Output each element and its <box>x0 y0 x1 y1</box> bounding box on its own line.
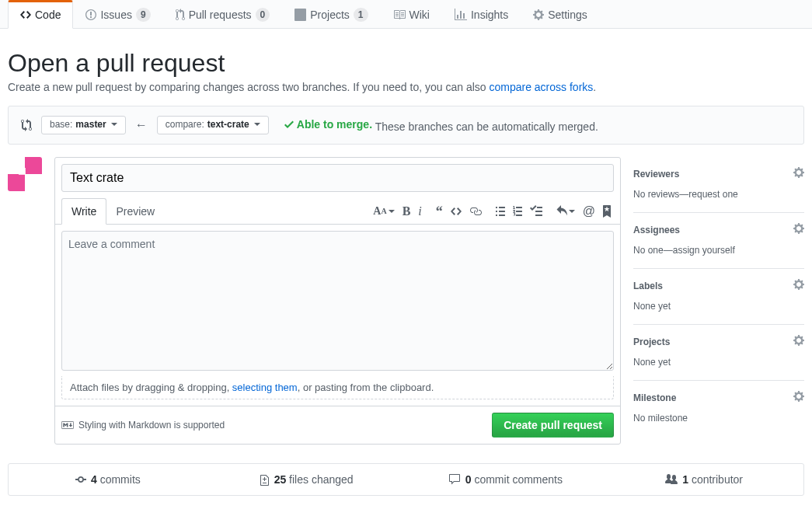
tab-projects[interactable]: Projects 1 <box>282 0 380 29</box>
tab-insights[interactable]: Insights <box>442 0 521 29</box>
sidebar-assignees: Assignees No one—assign yourself <box>633 213 804 269</box>
write-tab[interactable]: Write <box>61 198 106 225</box>
projects-count: 1 <box>354 8 368 22</box>
merge-description: These branches can be automatically merg… <box>375 120 598 133</box>
tab-issues[interactable]: Issues 9 <box>73 0 162 29</box>
check-icon <box>284 118 294 131</box>
tab-code[interactable]: Code <box>8 0 73 29</box>
stat-comments[interactable]: 0 commit comments <box>406 464 605 495</box>
range-editor: base: master ← compare: text-crate Able … <box>8 106 804 145</box>
tab-insights-label: Insights <box>471 9 508 21</box>
assignees-title: Assignees <box>633 225 680 235</box>
comment-icon <box>448 473 461 486</box>
sidebar: Reviewers No reviews—request one Assigne… <box>633 157 804 445</box>
graph-icon <box>455 9 467 21</box>
select-files-link[interactable]: selecting them <box>232 382 298 393</box>
attach-hint[interactable]: Attach files by dragging & dropping, sel… <box>61 376 614 399</box>
arrow-left-icon: ← <box>135 118 148 132</box>
text-size-tool[interactable]: AA <box>373 205 394 218</box>
projects-body: None yet <box>633 357 804 368</box>
milestone-title: Milestone <box>633 392 676 403</box>
compare-icon <box>21 119 32 131</box>
markdown-icon <box>61 420 74 430</box>
projects-title: Projects <box>633 336 670 347</box>
italic-tool[interactable]: i <box>418 204 421 218</box>
create-pr-button[interactable]: Create pull request <box>492 413 614 438</box>
editor-tabs: Write Preview AA B i “ <box>55 198 620 225</box>
tab-pulls-label: Pull requests <box>189 9 252 21</box>
issue-icon <box>85 9 96 21</box>
sidebar-projects: Projects None yet <box>633 325 804 381</box>
projects-icon <box>294 9 306 21</box>
tab-code-label: Code <box>35 9 61 21</box>
commit-icon <box>75 473 86 486</box>
book-icon <box>393 9 406 21</box>
caret-down-icon <box>254 123 260 126</box>
gear-icon[interactable] <box>793 222 804 237</box>
diff-icon <box>260 473 270 486</box>
markdown-hint[interactable]: Styling with Markdown is supported <box>61 420 225 431</box>
caret-down-icon <box>111 123 117 126</box>
stat-files[interactable]: 25 files changed <box>207 464 406 495</box>
gear-icon <box>533 9 544 21</box>
tab-settings[interactable]: Settings <box>521 0 600 29</box>
pr-stats: 4 commits 25 files changed 0 commit comm… <box>8 463 804 496</box>
gear-icon[interactable] <box>793 166 804 181</box>
assign-yourself-link[interactable]: assign yourself <box>673 245 735 256</box>
mention-tool[interactable]: @ <box>583 204 595 218</box>
reviewers-title: Reviewers <box>633 169 679 180</box>
gear-icon[interactable] <box>793 278 804 293</box>
stat-commits[interactable]: 4 commits <box>9 464 207 495</box>
link-tool[interactable] <box>469 205 482 218</box>
tasklist-tool[interactable] <box>530 205 542 218</box>
stat-contributors[interactable]: 1 contributor <box>605 464 803 495</box>
tab-wiki[interactable]: Wiki <box>381 0 442 29</box>
gear-icon[interactable] <box>793 334 804 349</box>
labels-title: Labels <box>633 281 663 291</box>
people-icon <box>665 473 678 486</box>
pulls-count: 0 <box>256 8 270 22</box>
code-icon <box>20 9 31 21</box>
repo-tabs: Code Issues 9 Pull requests 0 Projects 1… <box>0 0 812 29</box>
merge-status: Able to merge. <box>284 118 372 131</box>
ul-tool[interactable] <box>496 205 505 218</box>
sidebar-milestone: Milestone No milestone <box>633 381 804 436</box>
compare-forks-link[interactable]: compare across forks <box>489 81 593 93</box>
pr-icon <box>176 9 185 21</box>
base-branch-select[interactable]: base: master <box>41 116 126 134</box>
tab-projects-label: Projects <box>310 9 350 21</box>
comment-box: Write Preview AA B i “ <box>54 157 621 445</box>
saved-reply-tool[interactable] <box>603 205 611 218</box>
page-subtitle: Create a new pull request by comparing c… <box>8 81 804 93</box>
avatar[interactable] <box>8 157 42 191</box>
code-tool[interactable] <box>451 205 462 218</box>
ol-tool[interactable] <box>513 205 522 218</box>
reply-tool[interactable] <box>556 205 575 218</box>
tab-pull-requests[interactable]: Pull requests 0 <box>163 0 283 29</box>
markdown-toolbar: AA B i “ <box>373 204 614 218</box>
labels-body: None yet <box>633 301 804 312</box>
sidebar-labels: Labels None yet <box>633 269 804 325</box>
tab-issues-label: Issues <box>100 9 131 21</box>
gear-icon[interactable] <box>793 390 804 405</box>
tab-settings-label: Settings <box>548 9 587 21</box>
sidebar-reviewers: Reviewers No reviews—request one <box>633 157 804 213</box>
compare-branch-select[interactable]: compare: text-crate <box>157 116 269 134</box>
assignees-body: No one—assign yourself <box>633 245 804 256</box>
comment-textarea[interactable] <box>61 231 614 371</box>
page-title: Open a pull request <box>8 49 804 78</box>
issues-count: 9 <box>136 8 151 22</box>
milestone-body: No milestone <box>633 413 804 424</box>
reviewers-body: No reviews—request one <box>633 189 804 200</box>
quote-tool[interactable]: “ <box>436 207 443 215</box>
tab-wiki-label: Wiki <box>409 9 430 21</box>
pr-title-input[interactable] <box>61 164 614 192</box>
preview-tab[interactable]: Preview <box>106 199 164 224</box>
bold-tool[interactable]: B <box>403 204 411 218</box>
